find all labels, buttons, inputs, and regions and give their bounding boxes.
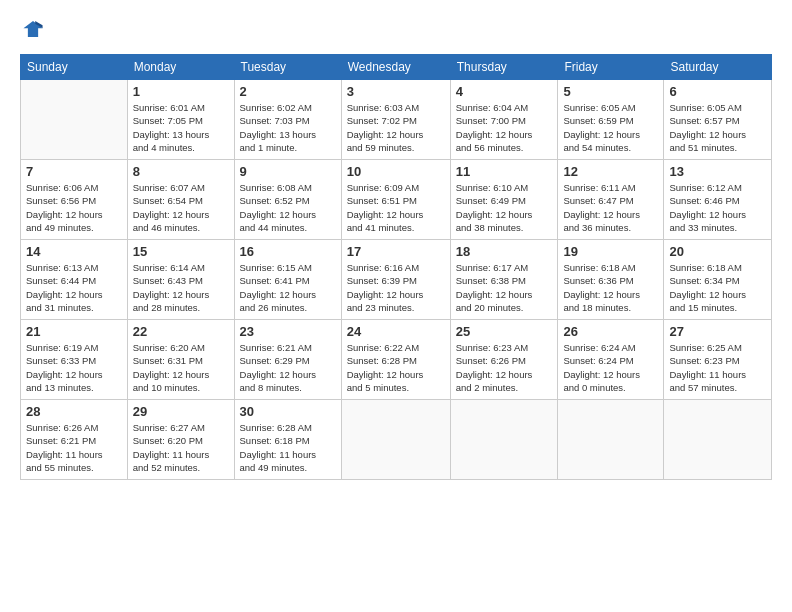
day-number: 21 bbox=[26, 324, 122, 339]
day-number: 2 bbox=[240, 84, 336, 99]
day-info: Sunrise: 6:18 AM Sunset: 6:36 PM Dayligh… bbox=[563, 261, 658, 314]
table-row: 8Sunrise: 6:07 AM Sunset: 6:54 PM Daylig… bbox=[127, 160, 234, 240]
table-row: 27Sunrise: 6:25 AM Sunset: 6:23 PM Dayli… bbox=[664, 320, 772, 400]
table-row: 3Sunrise: 6:03 AM Sunset: 7:02 PM Daylig… bbox=[341, 80, 450, 160]
table-row: 16Sunrise: 6:15 AM Sunset: 6:41 PM Dayli… bbox=[234, 240, 341, 320]
day-info: Sunrise: 6:10 AM Sunset: 6:49 PM Dayligh… bbox=[456, 181, 553, 234]
day-number: 11 bbox=[456, 164, 553, 179]
day-number: 26 bbox=[563, 324, 658, 339]
day-number: 9 bbox=[240, 164, 336, 179]
day-number: 15 bbox=[133, 244, 229, 259]
day-info: Sunrise: 6:04 AM Sunset: 7:00 PM Dayligh… bbox=[456, 101, 553, 154]
table-row: 6Sunrise: 6:05 AM Sunset: 6:57 PM Daylig… bbox=[664, 80, 772, 160]
table-row: 29Sunrise: 6:27 AM Sunset: 6:20 PM Dayli… bbox=[127, 400, 234, 480]
calendar-week-row: 14Sunrise: 6:13 AM Sunset: 6:44 PM Dayli… bbox=[21, 240, 772, 320]
table-row bbox=[21, 80, 128, 160]
table-row: 11Sunrise: 6:10 AM Sunset: 6:49 PM Dayli… bbox=[450, 160, 558, 240]
day-info: Sunrise: 6:11 AM Sunset: 6:47 PM Dayligh… bbox=[563, 181, 658, 234]
calendar-table: Sunday Monday Tuesday Wednesday Thursday… bbox=[20, 54, 772, 480]
day-info: Sunrise: 6:21 AM Sunset: 6:29 PM Dayligh… bbox=[240, 341, 336, 394]
table-row bbox=[341, 400, 450, 480]
day-info: Sunrise: 6:05 AM Sunset: 6:57 PM Dayligh… bbox=[669, 101, 766, 154]
day-number: 16 bbox=[240, 244, 336, 259]
day-number: 22 bbox=[133, 324, 229, 339]
day-info: Sunrise: 6:16 AM Sunset: 6:39 PM Dayligh… bbox=[347, 261, 445, 314]
day-info: Sunrise: 6:24 AM Sunset: 6:24 PM Dayligh… bbox=[563, 341, 658, 394]
table-row bbox=[450, 400, 558, 480]
table-row: 24Sunrise: 6:22 AM Sunset: 6:28 PM Dayli… bbox=[341, 320, 450, 400]
day-number: 5 bbox=[563, 84, 658, 99]
day-number: 10 bbox=[347, 164, 445, 179]
calendar-week-row: 28Sunrise: 6:26 AM Sunset: 6:21 PM Dayli… bbox=[21, 400, 772, 480]
table-row: 21Sunrise: 6:19 AM Sunset: 6:33 PM Dayli… bbox=[21, 320, 128, 400]
table-row: 17Sunrise: 6:16 AM Sunset: 6:39 PM Dayli… bbox=[341, 240, 450, 320]
svg-marker-0 bbox=[23, 21, 42, 37]
day-info: Sunrise: 6:09 AM Sunset: 6:51 PM Dayligh… bbox=[347, 181, 445, 234]
day-info: Sunrise: 6:27 AM Sunset: 6:20 PM Dayligh… bbox=[133, 421, 229, 474]
table-row: 7Sunrise: 6:06 AM Sunset: 6:56 PM Daylig… bbox=[21, 160, 128, 240]
day-number: 18 bbox=[456, 244, 553, 259]
table-row: 12Sunrise: 6:11 AM Sunset: 6:47 PM Dayli… bbox=[558, 160, 664, 240]
day-info: Sunrise: 6:12 AM Sunset: 6:46 PM Dayligh… bbox=[669, 181, 766, 234]
table-row: 26Sunrise: 6:24 AM Sunset: 6:24 PM Dayli… bbox=[558, 320, 664, 400]
day-info: Sunrise: 6:22 AM Sunset: 6:28 PM Dayligh… bbox=[347, 341, 445, 394]
day-number: 7 bbox=[26, 164, 122, 179]
table-row: 14Sunrise: 6:13 AM Sunset: 6:44 PM Dayli… bbox=[21, 240, 128, 320]
table-row: 9Sunrise: 6:08 AM Sunset: 6:52 PM Daylig… bbox=[234, 160, 341, 240]
day-number: 25 bbox=[456, 324, 553, 339]
day-number: 8 bbox=[133, 164, 229, 179]
table-row: 10Sunrise: 6:09 AM Sunset: 6:51 PM Dayli… bbox=[341, 160, 450, 240]
table-row: 5Sunrise: 6:05 AM Sunset: 6:59 PM Daylig… bbox=[558, 80, 664, 160]
day-info: Sunrise: 6:03 AM Sunset: 7:02 PM Dayligh… bbox=[347, 101, 445, 154]
day-info: Sunrise: 6:14 AM Sunset: 6:43 PM Dayligh… bbox=[133, 261, 229, 314]
logo bbox=[20, 18, 44, 44]
header-monday: Monday bbox=[127, 55, 234, 80]
day-number: 28 bbox=[26, 404, 122, 419]
table-row: 22Sunrise: 6:20 AM Sunset: 6:31 PM Dayli… bbox=[127, 320, 234, 400]
day-number: 27 bbox=[669, 324, 766, 339]
day-number: 1 bbox=[133, 84, 229, 99]
table-row: 23Sunrise: 6:21 AM Sunset: 6:29 PM Dayli… bbox=[234, 320, 341, 400]
day-info: Sunrise: 6:07 AM Sunset: 6:54 PM Dayligh… bbox=[133, 181, 229, 234]
day-number: 30 bbox=[240, 404, 336, 419]
day-info: Sunrise: 6:25 AM Sunset: 6:23 PM Dayligh… bbox=[669, 341, 766, 394]
table-row: 4Sunrise: 6:04 AM Sunset: 7:00 PM Daylig… bbox=[450, 80, 558, 160]
page: Sunday Monday Tuesday Wednesday Thursday… bbox=[0, 0, 792, 612]
header-tuesday: Tuesday bbox=[234, 55, 341, 80]
table-row bbox=[558, 400, 664, 480]
day-info: Sunrise: 6:01 AM Sunset: 7:05 PM Dayligh… bbox=[133, 101, 229, 154]
header-friday: Friday bbox=[558, 55, 664, 80]
calendar-week-row: 1Sunrise: 6:01 AM Sunset: 7:05 PM Daylig… bbox=[21, 80, 772, 160]
table-row: 18Sunrise: 6:17 AM Sunset: 6:38 PM Dayli… bbox=[450, 240, 558, 320]
table-row bbox=[664, 400, 772, 480]
weekday-header-row: Sunday Monday Tuesday Wednesday Thursday… bbox=[21, 55, 772, 80]
day-number: 20 bbox=[669, 244, 766, 259]
logo-icon bbox=[22, 18, 44, 40]
day-info: Sunrise: 6:02 AM Sunset: 7:03 PM Dayligh… bbox=[240, 101, 336, 154]
day-number: 12 bbox=[563, 164, 658, 179]
day-info: Sunrise: 6:17 AM Sunset: 6:38 PM Dayligh… bbox=[456, 261, 553, 314]
day-info: Sunrise: 6:08 AM Sunset: 6:52 PM Dayligh… bbox=[240, 181, 336, 234]
header-sunday: Sunday bbox=[21, 55, 128, 80]
day-info: Sunrise: 6:19 AM Sunset: 6:33 PM Dayligh… bbox=[26, 341, 122, 394]
table-row: 28Sunrise: 6:26 AM Sunset: 6:21 PM Dayli… bbox=[21, 400, 128, 480]
day-info: Sunrise: 6:15 AM Sunset: 6:41 PM Dayligh… bbox=[240, 261, 336, 314]
table-row: 1Sunrise: 6:01 AM Sunset: 7:05 PM Daylig… bbox=[127, 80, 234, 160]
day-info: Sunrise: 6:13 AM Sunset: 6:44 PM Dayligh… bbox=[26, 261, 122, 314]
day-number: 14 bbox=[26, 244, 122, 259]
table-row: 20Sunrise: 6:18 AM Sunset: 6:34 PM Dayli… bbox=[664, 240, 772, 320]
day-info: Sunrise: 6:23 AM Sunset: 6:26 PM Dayligh… bbox=[456, 341, 553, 394]
table-row: 30Sunrise: 6:28 AM Sunset: 6:18 PM Dayli… bbox=[234, 400, 341, 480]
day-number: 13 bbox=[669, 164, 766, 179]
day-info: Sunrise: 6:05 AM Sunset: 6:59 PM Dayligh… bbox=[563, 101, 658, 154]
day-info: Sunrise: 6:20 AM Sunset: 6:31 PM Dayligh… bbox=[133, 341, 229, 394]
table-row: 13Sunrise: 6:12 AM Sunset: 6:46 PM Dayli… bbox=[664, 160, 772, 240]
table-row: 25Sunrise: 6:23 AM Sunset: 6:26 PM Dayli… bbox=[450, 320, 558, 400]
day-info: Sunrise: 6:28 AM Sunset: 6:18 PM Dayligh… bbox=[240, 421, 336, 474]
header-thursday: Thursday bbox=[450, 55, 558, 80]
header-wednesday: Wednesday bbox=[341, 55, 450, 80]
header bbox=[20, 18, 772, 44]
day-number: 29 bbox=[133, 404, 229, 419]
table-row: 19Sunrise: 6:18 AM Sunset: 6:36 PM Dayli… bbox=[558, 240, 664, 320]
day-info: Sunrise: 6:18 AM Sunset: 6:34 PM Dayligh… bbox=[669, 261, 766, 314]
